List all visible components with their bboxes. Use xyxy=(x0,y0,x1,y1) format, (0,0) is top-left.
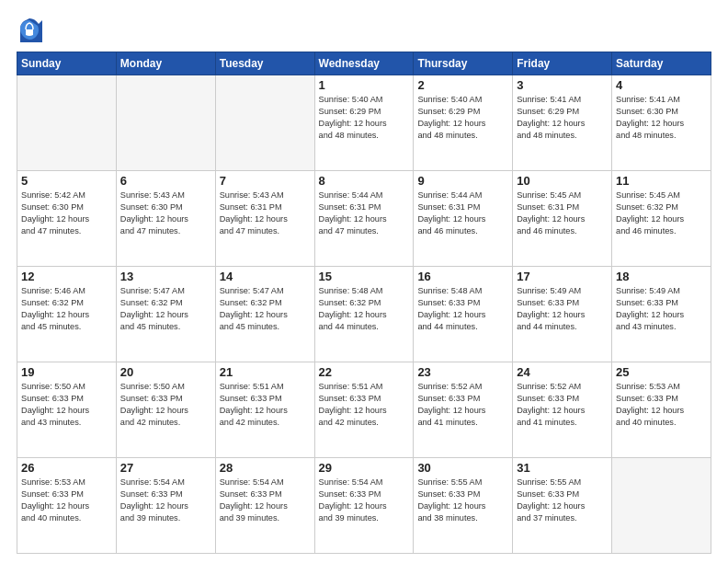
day-info: Sunrise: 5:49 AM Sunset: 6:33 PM Dayligh… xyxy=(517,285,608,333)
calendar-cell: 16Sunrise: 5:48 AM Sunset: 6:33 PM Dayli… xyxy=(414,267,513,362)
page: SundayMondayTuesdayWednesdayThursdayFrid… xyxy=(0,0,728,563)
day-info: Sunrise: 5:53 AM Sunset: 6:33 PM Dayligh… xyxy=(21,477,112,524)
day-number: 20 xyxy=(120,365,211,379)
day-number: 2 xyxy=(417,78,508,92)
day-info: Sunrise: 5:53 AM Sunset: 6:33 PM Dayligh… xyxy=(616,381,707,429)
calendar-cell: 25Sunrise: 5:53 AM Sunset: 6:33 PM Dayli… xyxy=(612,362,711,458)
calendar-cell: 30Sunrise: 5:55 AM Sunset: 6:33 PM Dayli… xyxy=(414,458,513,554)
calendar-cell: 22Sunrise: 5:51 AM Sunset: 6:33 PM Dayli… xyxy=(314,362,414,458)
calendar-cell: 15Sunrise: 5:48 AM Sunset: 6:32 PM Dayli… xyxy=(314,267,414,362)
day-number: 8 xyxy=(319,174,410,188)
day-number: 19 xyxy=(21,365,112,379)
day-info: Sunrise: 5:45 AM Sunset: 6:31 PM Dayligh… xyxy=(517,190,608,237)
day-number: 5 xyxy=(21,174,112,188)
calendar-cell xyxy=(215,75,314,171)
day-number: 10 xyxy=(517,174,608,188)
day-info: Sunrise: 5:49 AM Sunset: 6:33 PM Dayligh… xyxy=(616,285,707,333)
day-number: 24 xyxy=(517,365,608,379)
calendar-cell: 4Sunrise: 5:41 AM Sunset: 6:30 PM Daylig… xyxy=(612,75,711,171)
calendar-cell: 31Sunrise: 5:55 AM Sunset: 6:33 PM Dayli… xyxy=(513,458,612,554)
day-info: Sunrise: 5:55 AM Sunset: 6:33 PM Dayligh… xyxy=(517,477,608,524)
calendar-week-row-1: 1Sunrise: 5:40 AM Sunset: 6:29 PM Daylig… xyxy=(17,75,711,171)
calendar-cell: 7Sunrise: 5:43 AM Sunset: 6:31 PM Daylig… xyxy=(215,171,314,267)
weekday-header-wednesday: Wednesday xyxy=(314,52,414,75)
calendar-cell: 17Sunrise: 5:49 AM Sunset: 6:33 PM Dayli… xyxy=(513,267,612,362)
day-number: 13 xyxy=(120,270,211,283)
calendar-cell: 12Sunrise: 5:46 AM Sunset: 6:32 PM Dayli… xyxy=(17,267,117,362)
calendar-cell: 23Sunrise: 5:52 AM Sunset: 6:33 PM Dayli… xyxy=(414,362,513,458)
day-number: 17 xyxy=(517,270,608,283)
day-number: 6 xyxy=(120,174,211,188)
calendar-cell: 1Sunrise: 5:40 AM Sunset: 6:29 PM Daylig… xyxy=(314,75,414,171)
day-info: Sunrise: 5:41 AM Sunset: 6:30 PM Dayligh… xyxy=(616,94,707,142)
calendar-cell: 3Sunrise: 5:41 AM Sunset: 6:29 PM Daylig… xyxy=(513,75,612,171)
calendar-cell: 24Sunrise: 5:52 AM Sunset: 6:33 PM Dayli… xyxy=(513,362,612,458)
calendar-cell: 14Sunrise: 5:47 AM Sunset: 6:32 PM Dayli… xyxy=(215,267,314,362)
weekday-header-friday: Friday xyxy=(513,52,612,75)
day-number: 31 xyxy=(517,461,608,475)
calendar-cell: 11Sunrise: 5:45 AM Sunset: 6:32 PM Dayli… xyxy=(612,171,711,267)
weekday-header-thursday: Thursday xyxy=(414,52,513,75)
calendar-cell: 19Sunrise: 5:50 AM Sunset: 6:33 PM Dayli… xyxy=(17,362,117,458)
logo-icon xyxy=(17,17,42,42)
calendar-cell: 20Sunrise: 5:50 AM Sunset: 6:33 PM Dayli… xyxy=(116,362,215,458)
day-info: Sunrise: 5:52 AM Sunset: 6:33 PM Dayligh… xyxy=(517,381,608,429)
calendar-cell: 27Sunrise: 5:54 AM Sunset: 6:33 PM Dayli… xyxy=(116,458,215,554)
day-info: Sunrise: 5:54 AM Sunset: 6:33 PM Dayligh… xyxy=(220,477,311,524)
day-number: 3 xyxy=(517,78,608,92)
day-info: Sunrise: 5:42 AM Sunset: 6:30 PM Dayligh… xyxy=(21,190,112,237)
calendar-cell xyxy=(17,75,117,171)
day-number: 9 xyxy=(417,174,508,188)
calendar-cell xyxy=(612,458,711,554)
weekday-header-monday: Monday xyxy=(116,52,215,75)
day-number: 15 xyxy=(319,270,410,283)
calendar-cell xyxy=(116,75,215,171)
day-number: 11 xyxy=(616,174,707,188)
weekday-header-row: SundayMondayTuesdayWednesdayThursdayFrid… xyxy=(17,52,711,75)
day-info: Sunrise: 5:50 AM Sunset: 6:33 PM Dayligh… xyxy=(21,381,112,429)
day-info: Sunrise: 5:51 AM Sunset: 6:33 PM Dayligh… xyxy=(319,381,410,429)
day-info: Sunrise: 5:40 AM Sunset: 6:29 PM Dayligh… xyxy=(319,94,410,142)
day-info: Sunrise: 5:44 AM Sunset: 6:31 PM Dayligh… xyxy=(417,190,508,237)
day-number: 23 xyxy=(417,365,508,379)
calendar-cell: 26Sunrise: 5:53 AM Sunset: 6:33 PM Dayli… xyxy=(17,458,117,554)
day-number: 14 xyxy=(220,270,311,283)
day-info: Sunrise: 5:43 AM Sunset: 6:31 PM Dayligh… xyxy=(220,190,311,237)
calendar-cell: 10Sunrise: 5:45 AM Sunset: 6:31 PM Dayli… xyxy=(513,171,612,267)
calendar-week-row-2: 5Sunrise: 5:42 AM Sunset: 6:30 PM Daylig… xyxy=(17,171,711,267)
day-number: 27 xyxy=(120,461,211,475)
calendar-cell: 18Sunrise: 5:49 AM Sunset: 6:33 PM Dayli… xyxy=(612,267,711,362)
day-info: Sunrise: 5:45 AM Sunset: 6:32 PM Dayligh… xyxy=(616,190,707,237)
day-info: Sunrise: 5:50 AM Sunset: 6:33 PM Dayligh… xyxy=(120,381,211,429)
logo xyxy=(17,17,46,42)
day-number: 29 xyxy=(319,461,410,475)
weekday-header-sunday: Sunday xyxy=(17,52,117,75)
calendar-week-row-3: 12Sunrise: 5:46 AM Sunset: 6:32 PM Dayli… xyxy=(17,267,711,362)
day-info: Sunrise: 5:46 AM Sunset: 6:32 PM Dayligh… xyxy=(21,285,112,333)
day-info: Sunrise: 5:47 AM Sunset: 6:32 PM Dayligh… xyxy=(120,285,211,333)
day-number: 28 xyxy=(220,461,311,475)
day-info: Sunrise: 5:47 AM Sunset: 6:32 PM Dayligh… xyxy=(220,285,311,333)
calendar-cell: 8Sunrise: 5:44 AM Sunset: 6:31 PM Daylig… xyxy=(314,171,414,267)
day-info: Sunrise: 5:44 AM Sunset: 6:31 PM Dayligh… xyxy=(319,190,410,237)
day-number: 21 xyxy=(220,365,311,379)
calendar-week-row-5: 26Sunrise: 5:53 AM Sunset: 6:33 PM Dayli… xyxy=(17,458,711,554)
calendar-cell: 6Sunrise: 5:43 AM Sunset: 6:30 PM Daylig… xyxy=(116,171,215,267)
day-number: 26 xyxy=(21,461,112,475)
day-number: 30 xyxy=(417,461,508,475)
day-info: Sunrise: 5:40 AM Sunset: 6:29 PM Dayligh… xyxy=(417,94,508,142)
day-number: 25 xyxy=(616,365,707,379)
calendar-cell: 21Sunrise: 5:51 AM Sunset: 6:33 PM Dayli… xyxy=(215,362,314,458)
day-info: Sunrise: 5:52 AM Sunset: 6:33 PM Dayligh… xyxy=(417,381,508,429)
day-number: 12 xyxy=(21,270,112,283)
calendar-table: SundayMondayTuesdayWednesdayThursdayFrid… xyxy=(17,52,711,554)
day-info: Sunrise: 5:54 AM Sunset: 6:33 PM Dayligh… xyxy=(319,477,410,524)
header xyxy=(17,17,711,42)
weekday-header-saturday: Saturday xyxy=(612,52,711,75)
day-info: Sunrise: 5:54 AM Sunset: 6:33 PM Dayligh… xyxy=(120,477,211,524)
day-info: Sunrise: 5:55 AM Sunset: 6:33 PM Dayligh… xyxy=(417,477,508,524)
calendar-cell: 28Sunrise: 5:54 AM Sunset: 6:33 PM Dayli… xyxy=(215,458,314,554)
day-number: 1 xyxy=(319,78,410,92)
calendar-cell: 29Sunrise: 5:54 AM Sunset: 6:33 PM Dayli… xyxy=(314,458,414,554)
day-info: Sunrise: 5:43 AM Sunset: 6:30 PM Dayligh… xyxy=(120,190,211,237)
